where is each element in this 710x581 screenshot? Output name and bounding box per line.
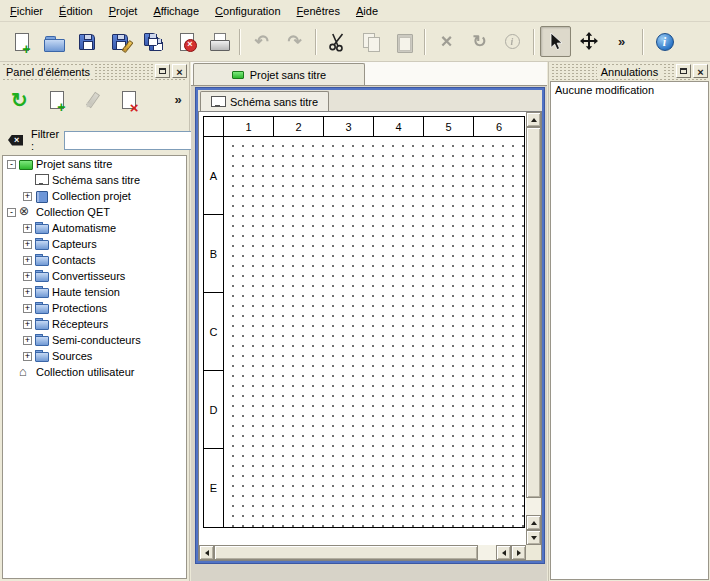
elements-panel-dock: Panel d'éléments Filtrer : - Pr [0,62,190,581]
main-toolbar [0,22,710,62]
tree-expander[interactable]: + [23,288,32,297]
tree-item-label: Convertisseurs [52,270,125,282]
tree-expander[interactable]: - [7,160,16,169]
print-icon [208,31,230,53]
toolbar-overflow-button[interactable] [606,26,637,57]
cursor-arrow-icon [545,31,567,53]
tree-item[interactable]: - Collection QET [3,204,186,220]
reload-collections-button[interactable] [5,86,34,115]
tree-expander[interactable]: + [23,320,32,329]
tree-item[interactable]: + Sources [3,348,186,364]
tree-expander[interactable]: + [23,224,32,233]
scroll-left-button[interactable] [496,545,511,560]
save-button[interactable] [71,26,102,57]
tree-item-label: Automatisme [52,222,116,234]
select-mode-button[interactable] [540,26,571,57]
tree-expander[interactable]: + [23,240,32,249]
tree-expander[interactable]: + [23,272,32,281]
redo-button[interactable] [279,26,310,57]
tree-item[interactable]: + Convertisseurs [3,268,186,284]
paste-button[interactable] [388,26,419,57]
overflow-chevron-icon [615,34,629,49]
menu-configuration[interactable]: Configuration [207,2,288,20]
cut-button[interactable] [322,26,353,57]
menu-affichage[interactable]: Affichage [145,2,207,20]
filter-label: Filtrer : [31,128,59,152]
tree-item[interactable]: + Récepteurs [3,316,186,332]
float-dock-button[interactable] [155,64,170,78]
elements-panel-toolbar [0,80,189,120]
panel-overflow-button[interactable] [171,92,185,107]
save-all-button[interactable] [137,26,168,57]
tree-item[interactable]: + Collection projet [3,188,186,204]
edit-element-button[interactable] [77,86,106,115]
row-header: B [204,215,223,293]
tree-item[interactable]: + Capteurs [3,236,186,252]
open-document-button[interactable] [38,26,69,57]
delete-element-button[interactable] [113,86,142,115]
elements-panel-titlebar[interactable]: Panel d'éléments [2,63,187,80]
horizontal-scroll-thumb[interactable] [214,545,478,560]
menu-bar: Fichier Édition Projet Affichage Configu… [0,0,710,22]
clear-filter-button[interactable] [5,130,26,151]
tab-schema[interactable]: Schéma sans titre [200,91,329,111]
tree-item[interactable]: + Contacts [3,252,186,268]
tree-item[interactable]: + Semi-conducteurs [3,332,186,348]
save-as-icon [109,31,131,53]
menu-projet[interactable]: Projet [101,2,146,20]
tree-item[interactable]: + Automatisme [3,220,186,236]
rotate-button[interactable] [464,26,495,57]
close-dock-button[interactable] [172,64,187,78]
diagram-canvas[interactable]: 123456 ABCDE [199,112,526,545]
diagram-view: 123456 ABCDE [198,111,542,561]
tree-expander[interactable]: + [23,352,32,361]
vertical-scroll-thumb[interactable] [526,127,541,498]
cut-icon [327,31,349,53]
save-as-button[interactable] [104,26,135,57]
tree-expander[interactable]: + [23,192,32,201]
scroll-right-button[interactable] [511,545,526,560]
tree-item[interactable]: + Haute tension [3,284,186,300]
new-document-button[interactable] [5,26,36,57]
tree-item[interactable]: Collection utilisateur [3,364,186,380]
tree-item-icon [35,238,49,250]
print-button[interactable] [203,26,234,57]
scroll-up-button[interactable] [526,515,541,530]
about-button[interactable] [649,26,680,57]
tree-expander[interactable]: + [23,336,32,345]
save-icon [76,31,98,53]
undo-list-item[interactable]: Aucune modification [551,82,708,98]
tree-item-icon [35,302,49,314]
tab-project[interactable]: Projet sans titre [193,63,365,85]
close-file-button[interactable] [170,26,201,57]
tree-item[interactable]: Schéma sans titre [3,172,186,188]
undo-panel-title: Annulations [597,66,663,78]
float-dock-button[interactable] [676,64,691,78]
tree-expander[interactable]: - [7,208,16,217]
copy-button[interactable] [355,26,386,57]
scroll-down-button[interactable] [526,530,541,545]
close-dock-button[interactable] [693,64,708,78]
undo-button[interactable] [246,26,277,57]
menu-fichier[interactable]: Fichier [2,2,51,20]
menu-edition[interactable]: Édition [51,2,101,20]
column-header: 4 [374,117,424,136]
scroll-left-button[interactable] [199,545,214,560]
reload-icon [9,89,31,111]
menu-fenetres[interactable]: Fenêtres [289,2,348,20]
scroll-mode-button[interactable] [573,26,604,57]
tree-item[interactable]: + Protections [3,300,186,316]
horizontal-scrollbar[interactable] [199,545,526,560]
tree-expander[interactable]: + [23,256,32,265]
new-element-button[interactable] [41,86,70,115]
tree-item-icon [19,158,33,170]
delete-button[interactable] [431,26,462,57]
tree-item[interactable]: - Projet sans titre [3,156,186,172]
element-info-button[interactable] [497,26,528,57]
menu-aide[interactable]: Aide [348,2,386,20]
schema-tab-bar: Schéma sans titre [198,90,542,111]
tree-expander[interactable]: + [23,304,32,313]
scroll-up-button[interactable] [526,112,541,127]
vertical-scrollbar[interactable] [526,112,541,545]
undo-panel-titlebar[interactable]: Annulations [551,63,708,80]
